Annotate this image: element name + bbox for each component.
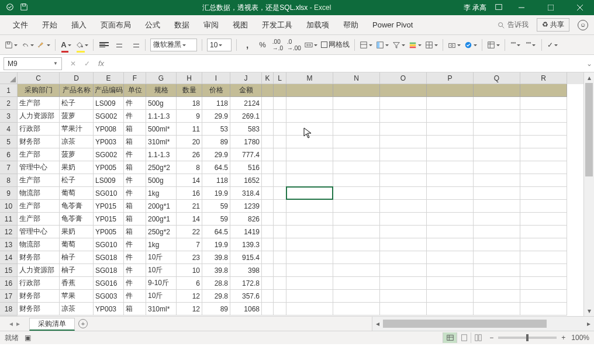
cell[interactable] bbox=[286, 161, 333, 174]
col-header-P[interactable]: P bbox=[427, 72, 474, 84]
cell[interactable] bbox=[286, 277, 333, 290]
cell[interactable] bbox=[427, 251, 474, 264]
col-header-N[interactable]: N bbox=[333, 72, 380, 84]
cell[interactable]: 果奶 bbox=[60, 226, 94, 238]
cell[interactable] bbox=[474, 277, 520, 290]
header-cell[interactable] bbox=[427, 84, 474, 97]
cell[interactable]: 269.1 bbox=[230, 110, 262, 123]
validation-tool[interactable] bbox=[464, 38, 477, 52]
row-header-1[interactable]: 1 bbox=[0, 84, 18, 97]
cell[interactable] bbox=[427, 200, 474, 213]
cell[interactable]: 件 bbox=[124, 110, 146, 123]
sheet-nav[interactable]: ◂ ▸ bbox=[0, 317, 29, 331]
cell[interactable]: 21 bbox=[177, 200, 202, 213]
cell[interactable]: LS009 bbox=[94, 174, 124, 187]
close-button[interactable] bbox=[569, 0, 590, 15]
cell[interactable]: 葡萄 bbox=[60, 187, 94, 200]
cell[interactable]: 松子 bbox=[60, 174, 94, 187]
header-cell[interactable]: 采购部门 bbox=[18, 84, 60, 97]
cell[interactable] bbox=[520, 97, 567, 110]
cell[interactable]: 14 bbox=[177, 174, 202, 187]
fill-color-tool[interactable] bbox=[75, 38, 88, 52]
cell[interactable] bbox=[286, 187, 333, 200]
cell[interactable] bbox=[474, 148, 520, 161]
cell[interactable] bbox=[286, 264, 333, 277]
worksheet-tool[interactable] bbox=[360, 38, 372, 52]
view-normal-button[interactable] bbox=[443, 332, 457, 343]
cell[interactable]: 9-10斤 bbox=[146, 277, 177, 290]
cell[interactable] bbox=[274, 123, 286, 136]
cell[interactable]: 1kg bbox=[146, 238, 177, 251]
cell[interactable]: 1kg bbox=[146, 187, 177, 200]
cell[interactable]: 件 bbox=[124, 148, 146, 161]
cell[interactable] bbox=[274, 97, 286, 110]
row-header-5[interactable]: 5 bbox=[0, 136, 18, 148]
format-painter-tool[interactable] bbox=[37, 38, 50, 52]
cell[interactable]: 28.8 bbox=[202, 277, 230, 290]
cell[interactable]: 龟苓膏 bbox=[60, 213, 94, 226]
row-header-12[interactable]: 12 bbox=[0, 226, 18, 238]
cell[interactable] bbox=[274, 290, 286, 303]
header-cell[interactable]: 价格 bbox=[202, 84, 230, 97]
cell[interactable]: 行政部 bbox=[18, 277, 60, 290]
cell[interactable] bbox=[274, 174, 286, 187]
cell[interactable]: 财务部 bbox=[18, 136, 60, 148]
cell[interactable]: 箱 bbox=[124, 136, 146, 148]
cell[interactable] bbox=[274, 110, 286, 123]
cell[interactable] bbox=[262, 226, 274, 238]
cell[interactable] bbox=[427, 148, 474, 161]
cell[interactable] bbox=[520, 238, 567, 251]
zoom-in-button[interactable]: + bbox=[561, 334, 565, 342]
new-sheet-button[interactable]: + bbox=[75, 317, 91, 331]
view-page-layout-button[interactable] bbox=[457, 332, 471, 343]
cell[interactable] bbox=[333, 290, 380, 303]
cell[interactable] bbox=[520, 174, 567, 187]
cell[interactable] bbox=[520, 187, 567, 200]
cell[interactable]: 2124 bbox=[230, 97, 262, 110]
gridlines-checkbox[interactable]: 网格线 bbox=[321, 40, 350, 50]
cell[interactable] bbox=[474, 238, 520, 251]
cell[interactable] bbox=[474, 290, 520, 303]
vertical-scroll-thumb[interactable] bbox=[585, 83, 593, 176]
cell[interactable] bbox=[286, 110, 333, 123]
header-cell[interactable]: 单位 bbox=[124, 84, 146, 97]
cell[interactable] bbox=[333, 148, 380, 161]
row-header-18[interactable]: 18 bbox=[0, 303, 18, 316]
cell[interactable] bbox=[427, 136, 474, 148]
cell[interactable] bbox=[520, 277, 567, 290]
cell[interactable] bbox=[262, 290, 274, 303]
cell[interactable]: 物流部 bbox=[18, 238, 60, 251]
cell[interactable]: 915.4 bbox=[230, 251, 262, 264]
cell[interactable]: 64.5 bbox=[202, 161, 230, 174]
cell[interactable]: 生产部 bbox=[18, 200, 60, 213]
cell[interactable]: SG010 bbox=[94, 187, 124, 200]
cell[interactable]: 柚子 bbox=[60, 251, 94, 264]
cell[interactable]: 9 bbox=[177, 110, 202, 123]
font-color-tool[interactable]: A bbox=[60, 38, 72, 52]
cell[interactable]: 财务部 bbox=[18, 251, 60, 264]
header-cell[interactable]: 规格 bbox=[146, 84, 177, 97]
col-header-G[interactable]: G bbox=[146, 72, 177, 84]
cell[interactable] bbox=[262, 97, 274, 110]
cell[interactable] bbox=[520, 264, 567, 277]
header-cell[interactable]: 产品名称 bbox=[60, 84, 94, 97]
cell[interactable] bbox=[520, 123, 567, 136]
font-name-select[interactable]: 微软雅黑 bbox=[150, 39, 197, 51]
tell-me[interactable]: 告诉我 bbox=[497, 20, 529, 30]
percent-style-tool[interactable]: % bbox=[257, 38, 268, 52]
cell[interactable] bbox=[474, 136, 520, 148]
cell[interactable]: 果奶 bbox=[60, 161, 94, 174]
cell[interactable] bbox=[427, 213, 474, 226]
cell[interactable]: 件 bbox=[124, 238, 146, 251]
header-cell[interactable] bbox=[274, 84, 286, 97]
borders-tool[interactable] bbox=[425, 38, 438, 52]
cell[interactable]: 777.4 bbox=[230, 148, 262, 161]
row-header-13[interactable]: 13 bbox=[0, 238, 18, 251]
row-header-3[interactable]: 3 bbox=[0, 110, 18, 123]
cell[interactable] bbox=[333, 213, 380, 226]
cell[interactable] bbox=[380, 226, 427, 238]
cell[interactable] bbox=[520, 226, 567, 238]
cell[interactable]: 39.8 bbox=[202, 264, 230, 277]
cell[interactable] bbox=[286, 303, 333, 316]
cell[interactable] bbox=[274, 161, 286, 174]
